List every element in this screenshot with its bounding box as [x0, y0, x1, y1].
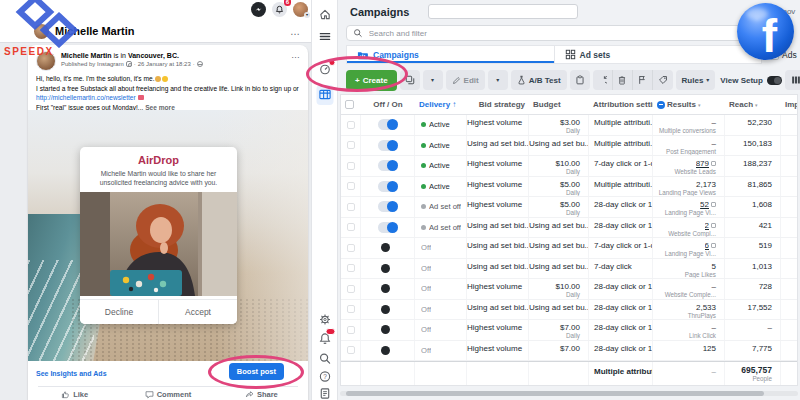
delivery-status-text: Ad set off	[429, 223, 461, 232]
post-body: Hi, hello, it's me. I'm the solution, it…	[36, 74, 300, 112]
toggle-cell	[361, 238, 415, 258]
results-type-label: Link Click	[653, 332, 724, 340]
pin-flag-button[interactable]	[633, 70, 653, 90]
tag-button[interactable]	[653, 70, 673, 90]
post-image[interactable]: AirDrop Michelle Martin would like to sh…	[28, 110, 308, 361]
footer-impressions-cell	[781, 362, 797, 385]
campaign-toggle[interactable]	[378, 304, 398, 315]
notifications-bell-icon[interactable]: 6	[272, 2, 287, 17]
home-icon[interactable]	[318, 7, 331, 25]
table-row: OffHighest volume$10.00Daily28-day click…	[341, 279, 797, 300]
toggle-knob-icon	[387, 222, 398, 233]
campaign-toggle[interactable]	[378, 119, 398, 130]
campaign-toggle[interactable]	[378, 263, 398, 274]
row-checkbox[interactable]	[347, 223, 355, 231]
campaign-toggle[interactable]	[378, 345, 398, 356]
bid-strategy-value: Using ad set bid...	[467, 241, 528, 250]
columns-button[interactable]: Column	[785, 70, 800, 90]
header-delivery[interactable]: Delivery↑	[415, 100, 467, 109]
horizontal-scrollbar[interactable]	[346, 391, 764, 396]
reach-value: 17,552	[725, 303, 780, 312]
row-checkbox[interactable]	[347, 305, 355, 313]
edit-button[interactable]: Edit	[446, 70, 485, 90]
ads-manager-page-title: Campaigns	[350, 6, 409, 18]
row-checkbox[interactable]	[347, 141, 355, 149]
bid-strategy-cell: Using ad set bid...	[467, 259, 529, 279]
reach-value: 421	[725, 221, 780, 230]
reach-cell: 7,775	[725, 341, 781, 361]
header-attribution[interactable]: Attribution setting	[589, 100, 653, 109]
delivery-cell: Off	[415, 238, 467, 258]
ab-test-button[interactable]: A/B Test	[511, 70, 567, 90]
bid-strategy-value: Using ad set bid...	[467, 262, 528, 271]
row-checkbox[interactable]	[347, 285, 355, 293]
row-checkbox[interactable]	[347, 203, 355, 211]
results-value: –	[653, 323, 724, 332]
comment-button[interactable]: Comment	[121, 388, 214, 400]
campaign-toggle[interactable]	[378, 222, 398, 233]
toggle-knob-icon	[387, 181, 398, 192]
row-checkbox[interactable]	[347, 264, 355, 272]
campaign-toggle[interactable]	[378, 160, 398, 171]
delete-button[interactable]	[613, 70, 633, 90]
edit-dropdown-button[interactable]: ▾	[488, 70, 508, 90]
row-checkbox[interactable]	[347, 346, 355, 354]
campaign-toggle[interactable]	[378, 283, 398, 294]
like-button[interactable]: Like	[28, 388, 121, 400]
attribution-value: 28-day click or 1-...	[589, 323, 652, 332]
results-value[interactable]: 52	[700, 200, 709, 209]
post-author-name[interactable]: Michelle Martin	[61, 52, 112, 59]
see-insights-link[interactable]: See Insights and Ads	[36, 370, 107, 377]
header-reach[interactable]: Reach▾	[725, 100, 781, 109]
header-results[interactable]: Results▾	[653, 100, 725, 109]
toggle-cell	[361, 218, 415, 238]
undo-button[interactable]	[593, 70, 613, 90]
post-author-line: Michelle Martin is in Vancouver, BC.	[61, 51, 203, 60]
share-button[interactable]: Share	[215, 388, 308, 400]
clipboard-button[interactable]	[570, 70, 590, 90]
row-checkbox[interactable]	[347, 121, 355, 129]
header-bid-strategy[interactable]: Bid strategy	[467, 100, 529, 109]
row-checkbox[interactable]	[347, 326, 355, 334]
impressions-cell	[781, 279, 797, 299]
campaign-toggle[interactable]	[378, 201, 398, 212]
impressions-cell	[781, 136, 797, 156]
campaign-toggle[interactable]	[378, 140, 398, 151]
results-value[interactable]: 6	[705, 241, 709, 250]
delivery-status-dot	[421, 184, 426, 189]
post-link[interactable]: http://michellemartin.co/newsletter	[36, 93, 300, 103]
budget-value: $7.00	[529, 323, 588, 332]
account-avatar[interactable]: ▾	[293, 2, 308, 17]
select-all-checkbox[interactable]	[345, 100, 354, 109]
view-setup-toggle[interactable]: View Setup	[720, 76, 782, 85]
campaign-toggle[interactable]	[378, 181, 398, 192]
search-and-filter-input[interactable]	[367, 28, 783, 39]
row-checkbox[interactable]	[347, 244, 355, 252]
header-impressions[interactable]: Impre	[781, 100, 797, 109]
messenger-icon[interactable]	[251, 2, 266, 17]
campaign-toggle[interactable]	[378, 324, 398, 335]
post-location[interactable]: Vancouver, BC.	[128, 52, 179, 59]
row-checkbox[interactable]	[347, 182, 355, 190]
duplicate-dropdown-button[interactable]: ▾	[423, 70, 443, 90]
campaign-toggle[interactable]	[378, 242, 398, 253]
search-icon[interactable]	[318, 351, 331, 369]
delivery-status-dot	[421, 143, 426, 148]
airdrop-accept-button[interactable]: Accept	[159, 300, 237, 324]
rail-notifications-icon[interactable]	[318, 331, 331, 349]
airdrop-decline-button[interactable]: Decline	[80, 300, 159, 324]
post-more-icon[interactable]: …	[291, 51, 300, 71]
row-checkbox[interactable]	[347, 162, 355, 170]
header-off-on[interactable]: Off / On	[361, 100, 415, 109]
results-value[interactable]: 2	[705, 221, 709, 230]
help-icon[interactable]: ?	[318, 369, 331, 387]
campaign-name-filter-input[interactable]	[428, 4, 578, 19]
attribution-value: Multiple attributi...	[589, 180, 652, 189]
menu-icon[interactable]	[318, 29, 331, 47]
titlebar-more-icon[interactable]: …	[290, 26, 301, 37]
billing-icon[interactable]	[318, 386, 331, 400]
header-budget[interactable]: Budget	[529, 100, 589, 109]
results-value[interactable]: 879	[696, 159, 709, 168]
tab-ad-sets[interactable]: Ad sets	[554, 46, 762, 63]
rules-button[interactable]: Rules ▾	[676, 70, 716, 90]
